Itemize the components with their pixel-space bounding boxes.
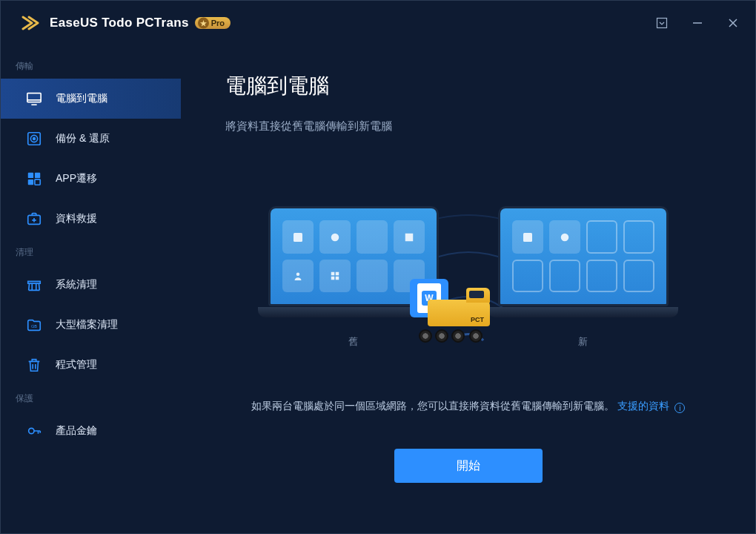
sidebar-item-system-cleanup[interactable]: 系統清理 [1, 265, 181, 305]
svg-rect-9 [35, 173, 40, 178]
sidebar-item-label: 備份 & 還原 [56, 132, 110, 145]
sidebar-item-label: 資料救援 [56, 212, 97, 225]
svg-point-18 [331, 233, 339, 241]
sidebar-section-label: 傳輸 [1, 53, 181, 79]
sidebar-item-label: 程式管理 [56, 358, 97, 372]
dropdown-button[interactable] [654, 16, 669, 30]
page-subtitle: 將資料直接從舊電腦傳輸到新電腦 [225, 119, 711, 134]
close-button[interactable] [726, 16, 740, 30]
svg-rect-25 [523, 233, 532, 242]
sidebar-item-app-migration[interactable]: APP遷移 [1, 159, 181, 199]
new-pc-group: 新 [498, 206, 669, 349]
svg-point-7 [33, 138, 36, 140]
minimize-button[interactable] [690, 16, 705, 30]
svg-rect-0 [657, 19, 667, 28]
medkit-icon [26, 211, 42, 227]
svg-rect-22 [335, 272, 339, 276]
disc-icon [26, 131, 42, 147]
sidebar-item-backup-restore[interactable]: 備份 & 還原 [1, 119, 181, 159]
monitor-icon [26, 90, 42, 107]
app-title: EaseUS Todo PCTrans [50, 16, 189, 30]
new-pc-icon [498, 206, 669, 317]
titlebar: EaseUS Todo PCTrans Pro [1, 1, 755, 45]
sidebar: 傳輸 電腦到電腦 備份 & 還原 APP遷移 [1, 45, 181, 533]
svg-rect-8 [28, 173, 33, 178]
broom-icon [26, 277, 42, 293]
svg-rect-10 [28, 179, 33, 185]
description-pre: 如果兩台電腦處於同一個區域網路，您可以直接將資料從舊電腦傳輸到新電腦。 [251, 400, 614, 412]
sidebar-item-label: 產品金鑰 [56, 424, 97, 438]
supported-data-link[interactable]: 支援的資料 [617, 400, 669, 412]
truck-label: PCT [471, 316, 484, 323]
sidebar-item-label: 電腦到電腦 [56, 92, 107, 105]
sidebar-item-data-rescue[interactable]: 資料救援 [1, 199, 181, 239]
main-panel: 電腦到電腦 將資料直接從舊電腦傳輸到新電腦 [181, 45, 755, 533]
sidebar-item-label: 大型檔案清理 [56, 318, 118, 332]
start-button[interactable]: 開始 [394, 449, 543, 483]
svg-rect-23 [331, 277, 334, 280]
transfer-illustration: 舊 新 [225, 156, 711, 392]
pro-badge: Pro [195, 17, 231, 29]
app-logo-icon [21, 16, 42, 30]
svg-text:GB: GB [31, 324, 37, 329]
sidebar-item-program-management[interactable]: 程式管理 [1, 345, 181, 385]
sidebar-item-large-file-cleanup[interactable]: GB 大型檔案清理 [1, 305, 181, 345]
svg-point-20 [296, 273, 299, 277]
new-pc-label: 新 [578, 335, 588, 349]
svg-rect-24 [335, 277, 339, 280]
page-title: 電腦到電腦 [225, 72, 711, 100]
sidebar-item-pc-to-pc[interactable]: 電腦到電腦 [1, 79, 181, 119]
svg-point-16 [29, 428, 34, 433]
sidebar-item-label: APP遷移 [56, 172, 97, 185]
svg-rect-19 [405, 233, 413, 241]
sidebar-section-label: 清理 [1, 239, 181, 265]
svg-rect-11 [35, 179, 40, 185]
trash-icon [26, 357, 42, 373]
truck-icon: PCT [410, 279, 491, 338]
sidebar-item-product-key[interactable]: 產品金鑰 [1, 411, 181, 451]
description-text: 如果兩台電腦處於同一個區域網路，您可以直接將資料從舊電腦傳輸到新電腦。 支援的資… [225, 400, 711, 414]
sidebar-item-label: 系統清理 [56, 278, 97, 291]
sidebar-section-label: 保護 [1, 385, 181, 411]
info-icon[interactable]: i [674, 403, 685, 413]
svg-point-26 [560, 233, 568, 241]
key-icon [26, 423, 42, 439]
folder-gb-icon: GB [26, 317, 42, 333]
apps-icon [26, 171, 42, 187]
svg-rect-2 [27, 93, 41, 102]
svg-rect-21 [331, 272, 334, 276]
old-pc-label: 舊 [348, 335, 358, 349]
svg-rect-17 [294, 233, 302, 242]
